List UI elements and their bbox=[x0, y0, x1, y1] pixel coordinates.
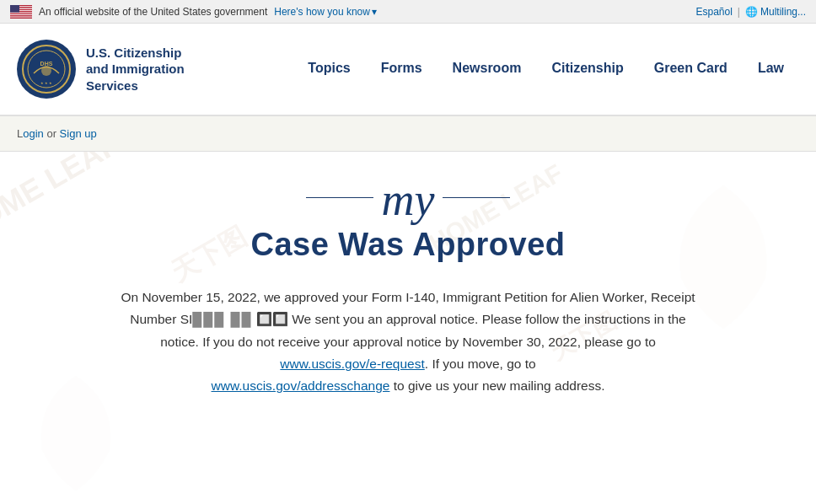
svg-rect-8 bbox=[10, 13, 32, 13]
svg-rect-10 bbox=[10, 15, 32, 16]
nav-green-card[interactable]: Green Card bbox=[639, 24, 743, 115]
globe-icon: 🌐 bbox=[745, 6, 758, 18]
desc-part4: to give us your new mailing address. bbox=[394, 378, 605, 393]
svg-text:DHS: DHS bbox=[40, 61, 53, 67]
script-line-right bbox=[443, 197, 510, 199]
my-script-wrapper: my bbox=[17, 177, 799, 218]
main-nav: Topics Forms Newsroom Citizenship Green … bbox=[293, 24, 799, 115]
svg-rect-13 bbox=[10, 5, 19, 13]
svg-rect-12 bbox=[10, 17, 32, 18]
pipe-divider: | bbox=[738, 6, 740, 18]
nav-topics[interactable]: Topics bbox=[293, 24, 365, 115]
sub-header: L ogin or Sign up bbox=[0, 116, 816, 152]
us-flag-icon bbox=[10, 5, 32, 19]
espanol-link[interactable]: Español bbox=[695, 6, 732, 18]
multilingual-link[interactable]: Multiling... bbox=[760, 6, 806, 18]
agency-name-line1: U.S. Citizenship bbox=[86, 45, 185, 62]
agency-name-line3: Services bbox=[86, 78, 185, 94]
header: DHS ★ ★ ★ U.S. Citizenship and Immigrati… bbox=[0, 24, 816, 116]
svg-text:★ ★ ★: ★ ★ ★ bbox=[40, 81, 52, 85]
nav-forms[interactable]: Forms bbox=[366, 24, 438, 115]
script-line-left bbox=[306, 197, 373, 199]
main-content: my Case Was Approved On November 15, 202… bbox=[0, 152, 816, 415]
login-prefix: L bbox=[17, 127, 23, 140]
my-script-text: my bbox=[382, 177, 435, 223]
case-title: Case Was Approved bbox=[17, 227, 799, 263]
top-banner-right: Español | 🌐 Multiling... bbox=[695, 6, 806, 18]
uscis-erequest-link[interactable]: www.uscis.gov/e-request bbox=[280, 357, 424, 371]
svg-rect-7 bbox=[10, 12, 32, 13]
desc-part3: . If you move, go to bbox=[425, 357, 536, 371]
uscis-seal: DHS ★ ★ ★ bbox=[17, 40, 76, 99]
receipt-redacted: ███ ██ bbox=[192, 312, 252, 326]
uscis-addresschange-link[interactable]: www.uscis.gov/addresschange bbox=[212, 378, 390, 393]
logo-area: DHS ★ ★ ★ U.S. Citizenship and Immigrati… bbox=[17, 40, 219, 99]
multilingual-wrapper[interactable]: 🌐 Multiling... bbox=[745, 6, 806, 18]
top-banner: An official website of the United States… bbox=[0, 0, 816, 24]
official-text: An official website of the United States… bbox=[39, 6, 267, 18]
svg-point-17 bbox=[41, 66, 51, 76]
agency-name-line2: and Immigration bbox=[86, 61, 185, 78]
nav-law[interactable]: Law bbox=[743, 24, 799, 115]
case-description: On November 15, 2022, we approved your F… bbox=[113, 287, 703, 398]
chevron-down-icon: ▾ bbox=[372, 6, 377, 18]
or-text: or bbox=[44, 127, 60, 140]
nav-citizenship[interactable]: Citizenship bbox=[536, 24, 638, 115]
receipt-dots: 🔲🔲 bbox=[256, 312, 288, 326]
nav-newsroom[interactable]: Newsroom bbox=[438, 24, 537, 115]
how-you-know-link[interactable]: Here's how you know ▾ bbox=[274, 6, 377, 18]
svg-rect-11 bbox=[10, 16, 32, 17]
logo-text: U.S. Citizenship and Immigration Service… bbox=[86, 45, 185, 94]
top-banner-left: An official website of the United States… bbox=[10, 5, 377, 19]
login-link[interactable]: ogin bbox=[23, 127, 44, 140]
svg-rect-9 bbox=[10, 14, 32, 15]
signup-link[interactable]: Sign up bbox=[60, 127, 97, 140]
